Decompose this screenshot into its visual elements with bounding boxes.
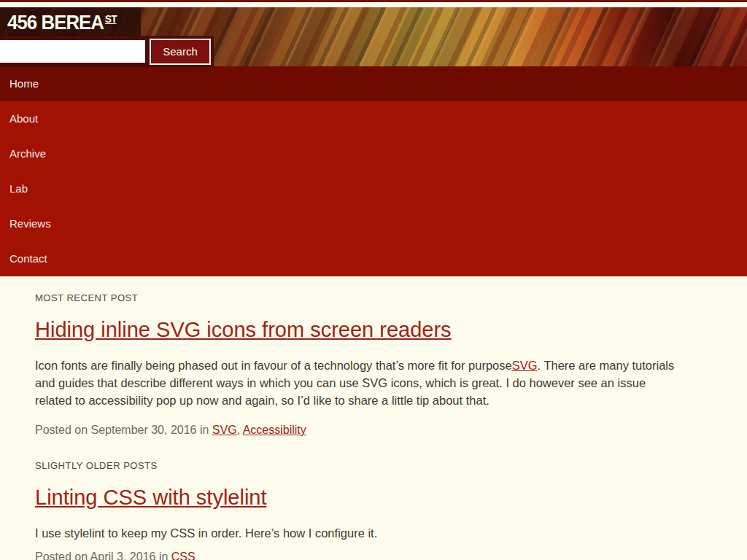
main-content: MOST RECENT POST Hiding inline SVG icons… [0, 276, 747, 560]
post-excerpt: Icon fonts are finally being phased out … [35, 357, 684, 409]
nav-item-lab[interactable]: Lab [0, 171, 747, 206]
post-title-heading: Hiding inline SVG icons from screen read… [35, 319, 712, 341]
nav-item-contact[interactable]: Contact [0, 241, 747, 276]
nav-item-reviews[interactable]: Reviews [0, 206, 747, 241]
logo-main-text: 456 BEREA [7, 11, 104, 34]
category-separator: , [237, 424, 243, 436]
older-posted-date-text: Posted on April 3, 2016 in [35, 551, 171, 560]
post-title-link-svg-icons[interactable]: Hiding inline SVG icons from screen read… [35, 318, 452, 341]
search-form: Search [0, 36, 214, 67]
main-navigation: Home About Archive Lab Reviews Contact [0, 66, 747, 276]
posted-date-text: Posted on September 30, 2016 in [35, 424, 212, 436]
section-label-older-posts: SLIGHTLY OLDER POSTS [35, 461, 712, 471]
older-post-meta: Posted on April 3, 2016 in CSS [35, 550, 712, 560]
banner: 456 BEREAST Search [0, 7, 747, 66]
older-post-excerpt: I use stylelint to keep my CSS in order.… [35, 524, 684, 542]
section-label-most-recent: MOST RECENT POST [35, 293, 712, 303]
excerpt-text-before-link: Icon fonts are finally being phased out … [35, 359, 512, 372]
nav-item-archive[interactable]: Archive [0, 136, 747, 171]
site-logo[interactable]: 456 BEREAST [0, 7, 141, 37]
category-link-accessibility[interactable]: Accessibility [243, 424, 306, 436]
search-input[interactable] [0, 40, 145, 63]
post-title-link-stylelint[interactable]: Linting CSS with stylelint [35, 486, 267, 509]
nav-item-about[interactable]: About [0, 101, 747, 136]
top-cream-strip [0, 2, 747, 7]
recent-post-section: MOST RECENT POST Hiding inline SVG icons… [35, 293, 712, 438]
site-logo-text: 456 BEREAST [7, 11, 117, 34]
page: 456 BEREAST Search Home About Archive La… [0, 0, 747, 560]
older-posts-section: SLIGHTLY OLDER POSTS Linting CSS with st… [35, 461, 712, 560]
older-post-title-heading: Linting CSS with stylelint [35, 486, 712, 509]
nav-item-home[interactable]: Home [0, 66, 747, 101]
inline-link-svg[interactable]: SVG [512, 359, 538, 372]
logo-suffix-st: ST [105, 12, 117, 25]
category-link-css[interactable]: CSS [171, 551, 196, 560]
post-meta: Posted on September 30, 2016 in SVG, Acc… [35, 423, 712, 438]
category-link-svg[interactable]: SVG [212, 424, 237, 436]
search-button[interactable]: Search [150, 39, 211, 65]
